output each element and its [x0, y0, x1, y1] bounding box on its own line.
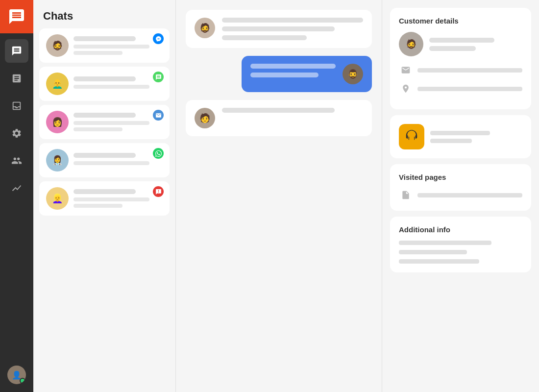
sms-icon: [155, 74, 162, 80]
msg-line: [222, 108, 335, 113]
chat-name-bar: [74, 36, 136, 41]
visited-pages-title: Visited pages: [399, 173, 522, 181]
sidebar-item-automation[interactable]: [5, 122, 28, 145]
email-icon-wrap: [399, 63, 413, 77]
msg-line: [222, 26, 335, 31]
status-dot: [20, 378, 25, 384]
chat-msg-bar2: [74, 204, 122, 208]
msg-line: [222, 35, 307, 40]
livechat-icon: [155, 189, 162, 195]
chat-name-bar: [74, 113, 136, 118]
doc-icon-wrap: [399, 188, 413, 202]
customer-details-card: Customer details 🧔: [390, 8, 531, 109]
chats-icon: [11, 46, 22, 56]
message-bubble-received2: 🧑: [186, 100, 372, 136]
chat-msg-bar2: [74, 51, 122, 55]
conversation-panel: 🧔 🧔‍♂️ 🧑: [176, 0, 382, 392]
cust-name-bar: [429, 38, 494, 43]
whatsapp-icon: [155, 150, 162, 157]
chat-info: [74, 76, 163, 91]
sidebar: 👤: [0, 0, 33, 392]
chat-item[interactable]: 👱‍♀️: [39, 181, 170, 216]
reports-icon: [11, 183, 22, 194]
channel-badge-sms: [153, 72, 164, 82]
msg-lines2: [222, 108, 363, 113]
contact-row-email: [399, 63, 522, 77]
add-line: [399, 259, 479, 264]
chat-logo-icon: [8, 8, 25, 25]
channel-badge-messenger: [153, 33, 164, 44]
channel-badge-whatsapp: [153, 148, 164, 159]
customer-avatar: 🧔: [399, 32, 423, 56]
add-line: [399, 241, 491, 245]
chat-item[interactable]: 👨‍🦲: [39, 67, 170, 101]
automation-icon: [11, 128, 22, 139]
msg-avatar: 🧔: [195, 18, 215, 38]
customer-top: 🧔: [399, 32, 522, 56]
contacts-icon: [11, 155, 22, 166]
sidebar-item-reports[interactable]: [5, 176, 28, 200]
headset-icon: [404, 129, 419, 144]
additional-lines: [399, 241, 522, 264]
msg-line-sent: [250, 64, 336, 69]
headset-row: [399, 124, 522, 149]
chat-item[interactable]: 👩‍⚕️: [39, 143, 170, 177]
headset-card: [390, 115, 531, 158]
location-icon: [401, 84, 411, 94]
sidebar-logo[interactable]: [0, 0, 33, 33]
sidebar-bottom: 👤: [7, 366, 26, 384]
msg-avatar2: 🧑: [195, 108, 215, 128]
inbox-icon: [11, 100, 22, 111]
avatar: 👩: [46, 111, 69, 133]
chat-msg-bar: [74, 161, 149, 165]
sidebar-item-contacts[interactable]: [5, 149, 28, 172]
chat-name-bar: [74, 153, 136, 158]
right-panel: Customer details 🧔: [382, 0, 539, 392]
additional-info-card: Additional info: [390, 217, 531, 272]
msg-lines: [222, 18, 363, 40]
email-value-bar: [417, 68, 522, 73]
visited-pages-card: Visited pages: [390, 164, 531, 211]
chat-msg-bar: [74, 197, 149, 201]
visited-page-bar: [417, 193, 522, 197]
channel-badge-chat: [153, 186, 164, 197]
sidebar-item-inbox[interactable]: [5, 94, 28, 118]
additional-info-title: Additional info: [399, 225, 522, 234]
contact-row-location: [399, 82, 522, 96]
chat-name-bar: [74, 76, 136, 81]
chat-list: 🧔 👨‍🦲: [33, 28, 175, 392]
msg-line-sent: [250, 73, 318, 77]
cust-info: [429, 38, 522, 51]
visited-row: [399, 188, 522, 202]
sidebar-item-tickets[interactable]: [5, 67, 28, 90]
email-contact-icon: [401, 65, 411, 75]
user-avatar[interactable]: 👤: [7, 366, 26, 384]
avatar: 👱‍♀️: [46, 187, 69, 210]
chat-msg-bar: [74, 85, 149, 89]
headset-sub-bar: [430, 139, 472, 143]
chat-msg-bar: [74, 45, 149, 49]
msg-line: [222, 18, 363, 23]
email-icon: [155, 112, 162, 119]
sidebar-item-chats[interactable]: [5, 39, 28, 63]
message-bubble-sent: 🧔‍♂️: [242, 56, 372, 92]
headset-info-lines: [430, 131, 522, 143]
avatar: 👨‍🦲: [46, 73, 69, 95]
chat-info: [74, 113, 163, 131]
chat-item[interactable]: 🧔: [39, 28, 170, 63]
chat-msg-bar: [74, 121, 149, 125]
chat-item[interactable]: 👩: [39, 105, 170, 139]
message-bubble-received: 🧔: [186, 10, 372, 48]
messenger-icon: [155, 36, 162, 42]
headset-icon-wrap: [399, 124, 424, 149]
add-line: [399, 250, 467, 254]
chat-list-panel: Chats 🧔 👨‍🦲: [33, 0, 175, 392]
chat-msg-bar2: [74, 127, 122, 131]
chat-info: [74, 153, 163, 168]
headset-name-bar: [430, 131, 490, 135]
document-icon: [401, 190, 411, 200]
chat-info: [74, 189, 163, 208]
location-value-bar: [417, 87, 522, 91]
msg-lines-sent: [250, 64, 336, 77]
customer-details-title: Customer details: [399, 17, 522, 25]
